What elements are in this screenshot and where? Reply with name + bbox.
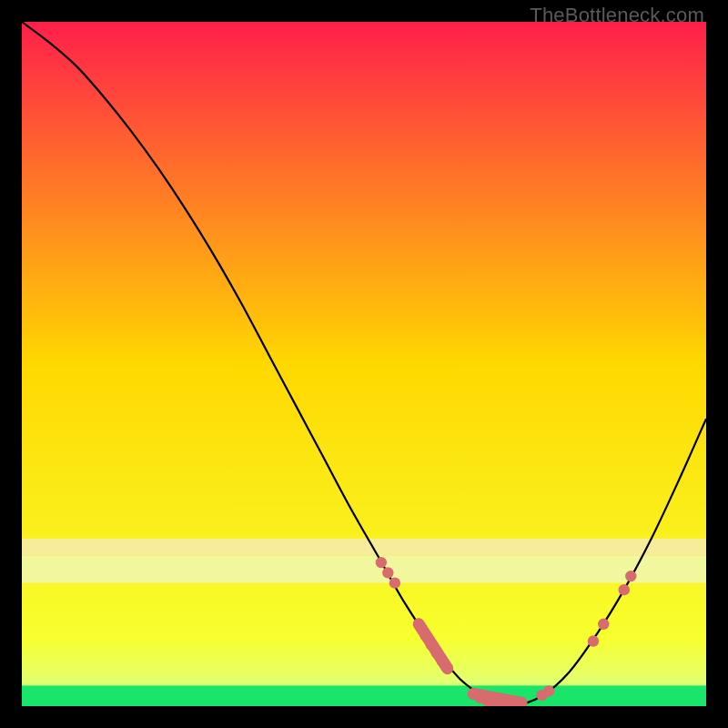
- chart-frame: [22, 22, 706, 706]
- marker-dot: [543, 685, 554, 696]
- highlight-band: [22, 556, 706, 583]
- highlight-band: [22, 685, 706, 706]
- marker-dot: [389, 577, 400, 588]
- marker-dot: [382, 567, 393, 578]
- marker-dot: [588, 635, 599, 646]
- chart-background: [22, 22, 706, 706]
- marker-dot: [376, 557, 387, 568]
- highlight-band: [22, 539, 706, 556]
- marker-dot: [413, 619, 424, 630]
- marker-dot: [625, 571, 636, 581]
- bottleneck-chart: [22, 22, 706, 706]
- marker-dot: [442, 662, 453, 673]
- marker-dot: [619, 584, 630, 595]
- marker-dot: [598, 619, 609, 630]
